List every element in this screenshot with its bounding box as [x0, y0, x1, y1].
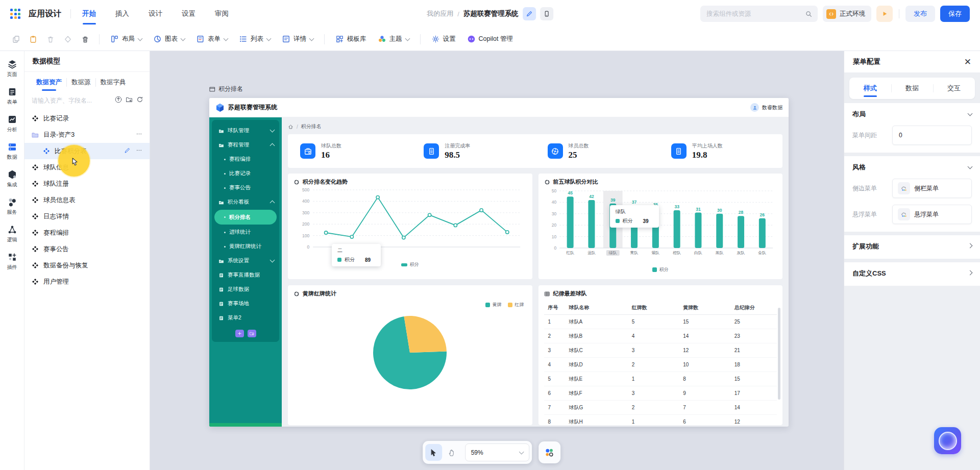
style-section-header[interactable]: 风格: [852, 163, 972, 172]
toolbar-detail-button[interactable]: 详情: [277, 32, 318, 47]
app-menu-item-7[interactable]: 进球统计: [212, 225, 279, 239]
toolbar-list-button[interactable]: 列表: [234, 32, 275, 47]
rail-item-database[interactable]: 数据: [7, 142, 17, 161]
tree-item-8[interactable]: 赛事公告: [24, 241, 150, 257]
toolbar-theme-button[interactable]: 主题: [373, 32, 414, 47]
zoom-select[interactable]: 59%: [465, 443, 529, 461]
legend-item[interactable]: 积分: [401, 261, 419, 268]
app-menu-item-13[interactable]: 菜单2: [212, 311, 279, 325]
legend-item[interactable]: 红牌: [508, 302, 524, 308]
nav-tab-2[interactable]: 设计: [149, 0, 162, 28]
app-menu-item-4[interactable]: 赛事公告: [212, 181, 279, 195]
nav-tab-1[interactable]: 插入: [115, 0, 129, 28]
add-menu-button[interactable]: [235, 330, 244, 337]
refresh-button[interactable]: [136, 96, 143, 105]
app-menu-item-2[interactable]: 赛程编排: [212, 152, 279, 166]
extensions-section-header[interactable]: 扩展功能: [852, 242, 972, 251]
legend-item[interactable]: 积分: [652, 266, 669, 273]
app-menu-item-1[interactable]: 赛程管理: [212, 138, 279, 152]
rail-item-pages[interactable]: 页面: [7, 59, 17, 78]
pan-tool-button[interactable]: [444, 444, 460, 461]
style-select-1[interactable]: 悬浮菜单: [892, 205, 972, 224]
new-folder-button[interactable]: [126, 96, 133, 105]
toolbar-template-button[interactable]: 模板库: [331, 32, 371, 47]
config-tab-2[interactable]: 交互: [933, 78, 975, 99]
component-search[interactable]: [700, 6, 818, 22]
data-tab-1[interactable]: 数据源: [66, 78, 95, 87]
rail-item-form-doc[interactable]: 表单: [7, 87, 17, 106]
more-button[interactable]: [136, 147, 142, 155]
rail-item-integration[interactable]: 集成: [7, 169, 17, 188]
app-menu-item-12[interactable]: 赛事场地: [212, 296, 279, 311]
data-tab-0[interactable]: 数据资产: [32, 78, 66, 87]
more-button[interactable]: [136, 131, 142, 139]
close-icon[interactable]: ✕: [964, 58, 971, 66]
line-chart-card[interactable]: 积分排名变化趋势 0100200300400500积分二积分89: [288, 174, 532, 279]
tree-item-10[interactable]: 用户管理: [24, 274, 150, 290]
app-menu-item-0[interactable]: 球队管理: [212, 123, 279, 138]
upload-button[interactable]: [115, 96, 122, 105]
component-search-input[interactable]: [705, 10, 805, 18]
paste-button[interactable]: [26, 32, 41, 46]
bar-chart-card[interactable]: 前五球队积分对比 0102030405045红队42蓝队39绿队37黄队35紫队…: [538, 174, 783, 279]
run-preview-button[interactable]: [876, 6, 893, 22]
app-menu-item-10[interactable]: 赛事直播数据: [212, 268, 279, 282]
toolbar-layout-button[interactable]: 布局: [106, 32, 146, 47]
delete-button[interactable]: [43, 32, 58, 46]
rename-button[interactable]: [124, 147, 131, 155]
tree-item-1[interactable]: 目录-资产3: [24, 127, 150, 143]
publish-button[interactable]: 发布: [905, 6, 935, 22]
app-menu-item-6[interactable]: 积分排名: [214, 210, 277, 225]
device-preview-button[interactable]: [540, 7, 553, 20]
toolbar-copilot-button[interactable]: Copilot 管理: [462, 32, 518, 47]
tree-item-4[interactable]: 球队注册: [24, 176, 150, 192]
edit-app-button[interactable]: [523, 7, 536, 20]
toolbar-gear-button[interactable]: 设置: [427, 32, 460, 47]
design-canvas[interactable]: 积分排名 苏超联赛管理系统 数睿数据 球队管理赛程管理赛程编排比赛记录赛事公告积…: [150, 51, 844, 470]
app-grid-icon[interactable]: [10, 9, 20, 19]
table-header[interactable]: 黄牌数: [679, 301, 730, 315]
toolbar-form-button[interactable]: 表单: [191, 32, 232, 47]
app-menu-item-11[interactable]: 足球数据: [212, 282, 279, 296]
nav-tab-4[interactable]: 审阅: [215, 0, 229, 28]
breadcrumb-parent[interactable]: 我的应用: [427, 9, 453, 18]
nav-tab-3[interactable]: 设置: [182, 0, 195, 28]
copy-button[interactable]: [8, 32, 23, 46]
config-tab-0[interactable]: 样式: [849, 78, 891, 99]
table-header[interactable]: 红牌数: [628, 301, 679, 315]
discipline-table-card[interactable]: 纪律最差球队 序号球队名称红牌数黄牌数总纪律分1球队A515252球队B4142…: [538, 285, 783, 425]
app-menu-item-8[interactable]: 黄牌红牌统计: [212, 239, 279, 254]
tree-item-5[interactable]: 球员信息表: [24, 192, 150, 208]
rail-item-logic[interactable]: 逻辑: [7, 225, 17, 243]
pie-chart-card[interactable]: 黄牌红牌统计 黄牌红牌: [288, 285, 532, 425]
tree-item-6[interactable]: 日志详情: [24, 208, 150, 225]
format-brush-button[interactable]: [60, 32, 76, 46]
app-menu-item-3[interactable]: 比赛记录: [212, 166, 279, 181]
canvas-page-tab[interactable]: 积分排名: [209, 85, 243, 93]
table-header[interactable]: 球队名称: [565, 301, 628, 315]
rail-item-analytics[interactable]: 分析: [7, 114, 17, 133]
legend-item[interactable]: 黄牌: [485, 302, 502, 308]
rail-item-plugin[interactable]: 插件: [7, 252, 17, 271]
table-scrollbar[interactable]: [778, 308, 780, 400]
table-header[interactable]: 序号: [544, 301, 565, 315]
preview-side-menu[interactable]: 球队管理赛程管理赛程编排比赛记录赛事公告积分看板积分排名进球统计黄牌红牌统计系统…: [209, 117, 282, 427]
layout-section-header[interactable]: 布局: [852, 110, 972, 119]
table-header[interactable]: 总纪律分: [730, 301, 777, 315]
select-tool-button[interactable]: [425, 444, 442, 461]
rail-item-services[interactable]: 服务: [7, 197, 17, 216]
add-menu-group-button[interactable]: [248, 330, 256, 337]
app-menu-item-9[interactable]: 系统设置: [212, 254, 279, 268]
config-tab-1[interactable]: 数据: [891, 78, 933, 99]
save-button[interactable]: 保存: [940, 6, 970, 22]
widgets-button[interactable]: [538, 441, 560, 463]
tree-item-9[interactable]: 数据备份与恢复: [24, 257, 150, 274]
menu-gap-value[interactable]: [898, 131, 968, 139]
style-select-0[interactable]: 侧栏菜单: [892, 179, 972, 198]
clear-button[interactable]: [78, 32, 93, 46]
nav-tab-0[interactable]: 开始: [82, 0, 96, 28]
data-tab-2[interactable]: 数据字典: [95, 78, 131, 87]
ai-assistant-button[interactable]: [934, 427, 961, 454]
environment-switch[interactable]: 正式环境: [823, 6, 871, 22]
custom-css-section-header[interactable]: 自定义CSS: [852, 269, 972, 278]
